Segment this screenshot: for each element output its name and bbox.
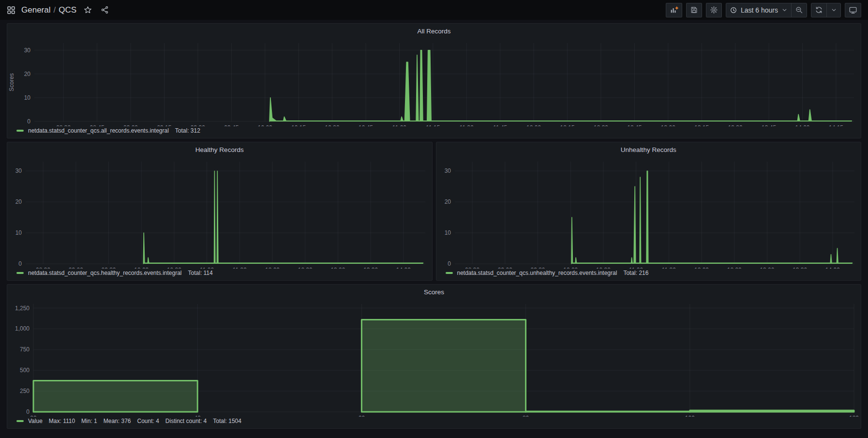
svg-text:14:00: 14:00 xyxy=(825,267,839,269)
svg-text:12:00: 12:00 xyxy=(526,124,541,126)
legend-series-label[interactable]: netdata.statsd_counter_qcs.unhealthy_rec… xyxy=(457,270,617,276)
svg-text:Scores: Scores xyxy=(8,73,15,91)
svg-text:10:30: 10:30 xyxy=(596,267,610,269)
svg-text:14:00: 14:00 xyxy=(795,124,810,126)
svg-text:11:30: 11:30 xyxy=(460,124,474,126)
svg-text:10:15: 10:15 xyxy=(291,124,306,126)
legend-stat: Total: 216 xyxy=(623,270,648,276)
svg-text:30: 30 xyxy=(444,167,451,174)
svg-text:120: 120 xyxy=(849,415,859,417)
scores-histogram-chart[interactable]: 02505007501,0001,25020406080100120 xyxy=(7,299,861,417)
svg-text:20: 20 xyxy=(15,198,22,205)
cycle-view-button[interactable] xyxy=(845,3,861,17)
svg-text:09:30: 09:30 xyxy=(191,124,205,126)
legend-series-label[interactable]: Value xyxy=(28,418,43,424)
svg-text:12:30: 12:30 xyxy=(298,267,313,269)
svg-text:08:30: 08:30 xyxy=(56,124,71,126)
svg-text:80: 80 xyxy=(523,415,529,417)
svg-text:10: 10 xyxy=(15,229,22,236)
add-panel-button[interactable] xyxy=(666,3,682,17)
dashboard-toolbar: Last 6 hours xyxy=(666,3,861,17)
panel-title-unhealthy-records[interactable]: Unhealthy Records xyxy=(436,142,861,157)
all-records-chart[interactable]: 010203008:3008:4509:0009:1509:3009:4510:… xyxy=(7,38,861,126)
panel-title-scores[interactable]: Scores xyxy=(7,285,861,299)
svg-text:09:45: 09:45 xyxy=(224,124,239,126)
breadcrumb-dashboard-title[interactable]: QCS xyxy=(59,5,76,15)
favorite-button[interactable] xyxy=(82,4,93,15)
legend-stat: Total: 1504 xyxy=(213,418,241,424)
panel-healthy-records: Healthy Records 010203008:3009:0009:3010… xyxy=(7,142,433,281)
star-icon xyxy=(84,6,92,14)
svg-text:11:00: 11:00 xyxy=(200,267,214,269)
svg-text:14:00: 14:00 xyxy=(396,267,411,269)
svg-text:13:00: 13:00 xyxy=(760,267,774,269)
svg-text:09:00: 09:00 xyxy=(69,267,83,269)
healthy-records-chart[interactable]: 010203008:3009:0009:3010:0010:3011:0011:… xyxy=(7,157,432,269)
svg-text:11:00: 11:00 xyxy=(629,267,643,269)
svg-text:12:30: 12:30 xyxy=(727,267,741,269)
share-button[interactable] xyxy=(99,4,110,15)
scores-legend: ValueMax: 1110Min: 1Mean: 376Count: 4Dis… xyxy=(7,417,861,428)
svg-text:13:45: 13:45 xyxy=(762,124,776,126)
legend-stat: Distinct count: 4 xyxy=(165,418,207,424)
svg-text:10:30: 10:30 xyxy=(325,124,340,126)
top-nav: General / QCS xyxy=(0,0,868,20)
svg-text:11:00: 11:00 xyxy=(392,124,406,126)
svg-text:1,000: 1,000 xyxy=(15,325,30,332)
chevron-down-icon xyxy=(781,7,788,13)
legend-series-label[interactable]: netdata.statsd_counter_qcs.healthy_recor… xyxy=(28,270,182,276)
svg-text:60: 60 xyxy=(359,415,365,417)
svg-text:13:15: 13:15 xyxy=(694,124,709,126)
svg-text:13:00: 13:00 xyxy=(661,124,675,126)
cycle-view-icon xyxy=(849,6,857,15)
svg-text:30: 30 xyxy=(24,47,31,54)
panel-unhealthy-records: Unhealthy Records 010203008:3009:0009:30… xyxy=(436,142,862,281)
panel-title-healthy-records[interactable]: Healthy Records xyxy=(7,142,432,157)
breadcrumb-folder[interactable]: General xyxy=(21,5,50,15)
svg-text:20: 20 xyxy=(30,415,37,417)
svg-text:11:30: 11:30 xyxy=(233,267,247,269)
refresh-icon xyxy=(815,6,823,14)
svg-text:0: 0 xyxy=(18,260,22,267)
panel-title-all-records[interactable]: All Records xyxy=(7,24,861,38)
svg-text:12:45: 12:45 xyxy=(627,124,642,126)
svg-text:10:00: 10:00 xyxy=(258,124,272,126)
svg-text:10:00: 10:00 xyxy=(134,267,149,269)
svg-text:12:30: 12:30 xyxy=(594,124,608,126)
panel-all-records: All Records 010203008:3008:4509:0009:150… xyxy=(7,23,861,138)
apps-grid-icon[interactable] xyxy=(7,6,15,15)
time-range-label: Last 6 hours xyxy=(741,6,778,14)
save-dashboard-button[interactable] xyxy=(686,3,702,17)
svg-text:11:15: 11:15 xyxy=(426,124,440,126)
legend-series-swatch xyxy=(16,420,24,422)
refresh-interval-button[interactable] xyxy=(826,3,841,17)
svg-text:13:30: 13:30 xyxy=(363,267,378,269)
dashboard-settings-button[interactable] xyxy=(706,3,722,17)
svg-text:09:30: 09:30 xyxy=(102,267,116,269)
legend-stat: Count: 4 xyxy=(137,418,159,424)
zoom-out-button[interactable] xyxy=(791,3,807,17)
svg-text:500: 500 xyxy=(20,367,30,374)
svg-text:250: 250 xyxy=(20,388,30,394)
refresh-group xyxy=(811,3,841,17)
unhealthy-records-chart[interactable]: 010203008:3009:0009:3010:0010:3011:0011:… xyxy=(436,157,861,269)
panel-scores: Scores 02505007501,0001,2502040608010012… xyxy=(7,284,861,429)
svg-text:20: 20 xyxy=(444,198,451,205)
refresh-button[interactable] xyxy=(811,3,826,17)
svg-text:0: 0 xyxy=(26,408,30,415)
legend-series-swatch xyxy=(446,272,453,274)
svg-text:10: 10 xyxy=(24,94,31,101)
svg-text:0: 0 xyxy=(27,118,30,125)
svg-text:1,250: 1,250 xyxy=(15,305,30,312)
svg-text:20: 20 xyxy=(24,71,31,77)
svg-text:30: 30 xyxy=(15,167,22,174)
legend-series-label[interactable]: netdata.statsd_counter_qcs.all_records.e… xyxy=(28,127,169,134)
unhealthy-records-legend: netdata.statsd_counter_qcs.unhealthy_rec… xyxy=(436,269,861,280)
svg-text:12:00: 12:00 xyxy=(265,267,280,269)
dashboard-settings-icon xyxy=(710,6,718,14)
time-range-button[interactable]: Last 6 hours xyxy=(726,3,791,17)
legend-stat: Mean: 376 xyxy=(104,418,131,424)
legend-series-swatch xyxy=(16,130,24,132)
svg-text:09:15: 09:15 xyxy=(157,124,171,126)
share-icon xyxy=(101,6,109,14)
